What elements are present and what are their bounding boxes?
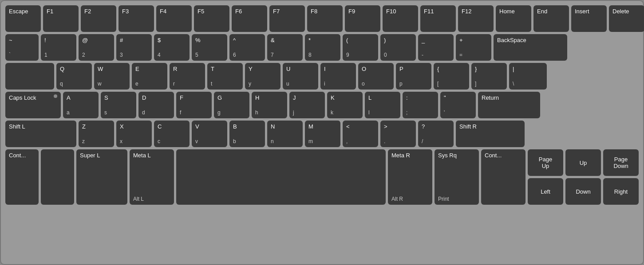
key-4[interactable]: $4 — [154, 34, 190, 61]
key-control-left[interactable]: Cont... — [5, 149, 39, 205]
key-lbracket[interactable]: {[ — [434, 63, 469, 90]
key-f12[interactable]: F12 — [458, 5, 494, 32]
key-e[interactable]: Ee — [132, 63, 167, 90]
key-tilde[interactable]: ~` — [5, 34, 39, 61]
key-j[interactable]: Jj — [289, 92, 325, 118]
key-control-right[interactable]: Cont... — [481, 149, 525, 205]
key-f11[interactable]: F11 — [420, 5, 456, 32]
key-s[interactable]: Ss — [101, 92, 136, 118]
key-t[interactable]: Tt — [207, 63, 243, 90]
key-p[interactable]: Pp — [396, 63, 431, 90]
key-equals[interactable]: += — [456, 34, 491, 61]
key-a[interactable]: Aa — [63, 92, 99, 118]
key-l[interactable]: Ll — [365, 92, 400, 118]
key-left[interactable]: Left — [528, 178, 563, 205]
key-2[interactable]: @2 — [79, 34, 114, 61]
key-z[interactable]: Zz — [79, 121, 114, 147]
key-f4[interactable]: F4 — [156, 5, 192, 32]
key-7[interactable]: &7 — [267, 34, 303, 61]
key-m[interactable]: Mm — [305, 121, 340, 147]
key-n[interactable]: Nn — [267, 121, 303, 147]
key-k[interactable]: Kk — [327, 92, 363, 118]
key-slash[interactable]: ?/ — [418, 121, 454, 147]
key-g[interactable]: Gg — [214, 92, 249, 118]
key-8[interactable]: *8 — [305, 34, 340, 61]
key-home[interactable]: Home — [496, 5, 531, 32]
key-1[interactable]: !1 — [41, 34, 76, 61]
key-sysrq[interactable]: Sys RqPrint — [435, 149, 479, 205]
key-9[interactable]: (9 — [343, 34, 378, 61]
key-period[interactable]: >. — [380, 121, 416, 147]
key-right[interactable]: Right — [603, 178, 639, 205]
key-down[interactable]: Down — [565, 178, 601, 205]
key-f1[interactable]: F1 — [43, 5, 79, 32]
key-escape[interactable]: Escape — [5, 5, 41, 32]
key-tab[interactable] — [5, 63, 54, 90]
key-page-down[interactable]: PageDown — [603, 149, 639, 176]
key-backslash[interactable]: |\ — [509, 63, 547, 90]
key-shift-right[interactable]: Shift R — [456, 121, 525, 147]
key-v[interactable]: Vv — [192, 121, 227, 147]
key-r[interactable]: Rr — [170, 63, 205, 90]
key-h[interactable]: Hh — [252, 92, 287, 118]
key-i[interactable]: Ii — [320, 63, 356, 90]
key-f3[interactable]: F3 — [119, 5, 154, 32]
key-d[interactable]: Dd — [138, 92, 174, 118]
key-f5[interactable]: F5 — [194, 5, 229, 32]
key-rbracket[interactable]: }] — [471, 63, 507, 90]
key-semicolon[interactable]: :; — [403, 92, 438, 118]
nav-cluster: PageUp Up PageDown Left Down Right — [528, 149, 639, 205]
key-page-up[interactable]: PageUp — [528, 149, 563, 176]
function-row: Escape F1 F2 F3 F4 F5 F6 F7 F8 F9 F10 F1… — [5, 5, 639, 32]
key-y[interactable]: Yy — [245, 63, 281, 90]
key-q[interactable]: Qq — [56, 63, 92, 90]
key-u[interactable]: Uu — [283, 63, 318, 90]
key-6[interactable]: ^6 — [229, 34, 265, 61]
key-o[interactable]: Oo — [358, 63, 394, 90]
key-c[interactable]: Cc — [154, 121, 190, 147]
key-f8[interactable]: F8 — [307, 5, 343, 32]
key-return[interactable]: Return — [478, 92, 540, 118]
key-f9[interactable]: F9 — [345, 5, 380, 32]
asdf-row: Caps Lock Aa Ss Dd Ff Gg Hh Jj Kk Ll :; … — [5, 92, 639, 118]
key-quote[interactable]: "' — [440, 92, 476, 118]
keyboard: Escape F1 F2 F3 F4 F5 F6 F7 F8 F9 F10 F1… — [0, 0, 644, 265]
key-f7[interactable]: F7 — [269, 5, 305, 32]
key-3[interactable]: #3 — [116, 34, 152, 61]
key-0[interactable]: )0 — [380, 34, 416, 61]
key-comma[interactable]: <, — [343, 121, 378, 147]
key-f6[interactable]: F6 — [232, 5, 267, 32]
key-w[interactable]: Ww — [94, 63, 130, 90]
key-super-left[interactable]: Super L — [76, 149, 127, 205]
number-row: ~` !1 @2 #3 $4 %5 ^6 &7 *8 (9 )0 _- += B… — [5, 34, 639, 61]
key-shift-left[interactable]: Shift L — [5, 121, 76, 147]
key-meta-right[interactable]: Meta RAlt R — [388, 149, 432, 205]
key-f[interactable]: Ff — [176, 92, 212, 118]
zxcv-row: Shift L Zz Xx Cc Vv Bb Nn Mm <, >. ?/ Sh… — [5, 121, 639, 147]
key-f2[interactable]: F2 — [81, 5, 116, 32]
key-meta-left[interactable]: Meta LAlt L — [130, 149, 174, 205]
key-minus[interactable]: _- — [418, 34, 454, 61]
bottom-row-left: Cont... Super L Meta LAlt L Meta RAlt R … — [5, 149, 525, 205]
key-capslock[interactable]: Caps Lock — [5, 92, 61, 118]
qwerty-row: Qq Ww Ee Rr Tt Yy Uu Ii Oo Pp {[ }] |\ — [5, 63, 639, 90]
key-backspace[interactable]: BackSpace — [494, 34, 567, 61]
key-b[interactable]: Bb — [229, 121, 265, 147]
key-end[interactable]: End — [533, 5, 569, 32]
key-f10[interactable]: F10 — [383, 5, 418, 32]
key-blank — [41, 149, 74, 205]
key-delete[interactable]: Delete — [609, 5, 644, 32]
key-up[interactable]: Up — [565, 149, 601, 176]
key-x[interactable]: Xx — [116, 121, 152, 147]
key-5[interactable]: %5 — [192, 34, 227, 61]
key-insert[interactable]: Insert — [571, 5, 607, 32]
bottom-row: Cont... Super L Meta LAlt L Meta RAlt R … — [5, 149, 639, 205]
key-space[interactable] — [176, 149, 386, 205]
